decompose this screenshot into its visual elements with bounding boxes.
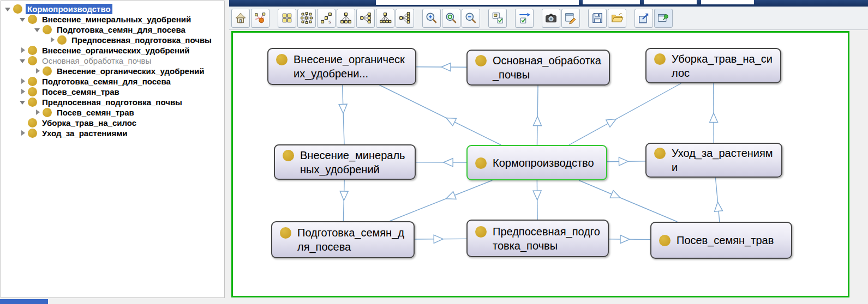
graph-node-center[interactable]: Кормопроизводство [466, 145, 607, 180]
expand-arrow-checkbox-button[interactable] [515, 9, 534, 28]
tree-indent [1, 50, 19, 51]
tree-item-label[interactable]: Посев_семян_трав [55, 107, 136, 118]
tree-item[interactable]: Уборка_трав_на_силос [1, 118, 224, 128]
grid-layout-button[interactable] [278, 9, 296, 28]
graph-node-posev[interactable]: Посев_семян_трав [650, 222, 792, 259]
tree-item-label[interactable]: Внесение_органических_удобрений [55, 66, 206, 76]
radial-layout-icon [300, 11, 313, 25]
tree-item[interactable]: Предпосевная_подготовка_почвы [1, 35, 224, 45]
tree-indent [1, 92, 19, 92]
zoom-out-button[interactable] [462, 9, 480, 28]
tree-item[interactable]: Основная_обработка_почвы [1, 56, 224, 66]
tree-item-label[interactable]: Основная_обработка_почвы [40, 56, 153, 66]
background-window-tab [701, 0, 754, 4]
camera-button[interactable] [542, 9, 560, 28]
class-icon [28, 87, 37, 96]
class-tree-panel: КормопроизводствоВнесение_минеральных_уд… [1, 1, 225, 298]
tree-item[interactable]: Посев_семян_трав [1, 87, 224, 97]
tree-item-label[interactable]: Уборка_трав_на_силос [40, 118, 138, 128]
class-icon [43, 108, 52, 117]
tree-item[interactable]: Внесение_органических_удобрений [1, 66, 224, 76]
tree-item[interactable]: Посев_семян_трав [1, 107, 224, 118]
expand-toggle-icon[interactable] [34, 68, 41, 75]
class-icon [28, 77, 37, 86]
chain-layout-button[interactable]: s [317, 9, 336, 28]
tree-item-label[interactable]: Предпосевная_подготовка_почвы [70, 35, 213, 45]
expand-toggle-icon[interactable] [19, 47, 26, 54]
class-icon [475, 157, 487, 169]
save-button[interactable] [588, 9, 607, 28]
export-button[interactable] [634, 9, 653, 28]
tree-item-label[interactable]: Предпосевная_подготовка_почвы [40, 97, 184, 107]
collapse-toggle-icon[interactable] [4, 5, 11, 13]
pin-window-button[interactable] [654, 9, 673, 28]
edge-arrowhead-icon [620, 235, 630, 244]
expand-toggle-icon[interactable] [19, 130, 26, 137]
class-icon [659, 235, 671, 246]
collapse-toggle-icon[interactable] [19, 57, 26, 64]
radial-layout-button[interactable] [297, 9, 316, 28]
graph-node-label: Подготовка_семян_для_посева [297, 226, 407, 254]
tree-item-label[interactable]: Уход_за_растениями [40, 128, 129, 138]
edit-view-icon [564, 11, 577, 25]
zoom-reset-button[interactable] [442, 9, 460, 28]
class-icon [654, 148, 666, 159]
graph-node-osnovnaya[interactable]: Основная_обработка_почвы [466, 50, 610, 86]
tree-item[interactable]: Внесение_органических_удобрений [1, 45, 224, 56]
home-button[interactable] [231, 9, 250, 28]
edge-arrowhead-icon [444, 159, 453, 167]
background-window-tab [644, 0, 697, 4]
class-icon [28, 129, 37, 138]
graph-network-button[interactable] [251, 9, 270, 28]
tree-item-label[interactable]: Подготовка_семян_для_посева [40, 76, 172, 87]
edit-view-button[interactable] [561, 9, 580, 28]
tree-item-label[interactable]: Внесение_минеральных_удобрений [40, 14, 193, 25]
graph-node-vnesenie-min[interactable]: Внесение_минеральных_удобрений [274, 144, 416, 180]
graph-node-uborka[interactable]: Уборка_трав_на_силос [645, 48, 781, 83]
tree-item[interactable]: Кормопроизводство [1, 4, 224, 14]
class-icon [43, 25, 52, 34]
tree-vertical-alt-layout-icon [379, 11, 392, 25]
tree-item-label[interactable]: Подготовка_семян_для_посева [55, 25, 187, 35]
expand-toggle-icon[interactable] [34, 109, 41, 116]
tree-item-label[interactable]: Внесение_органических_удобрений [40, 45, 191, 56]
zoom-in-button[interactable] [422, 9, 441, 28]
tree-item-label[interactable]: Кормопроизводство [26, 4, 112, 14]
edge-arrowhead-icon [340, 191, 348, 200]
graph-canvas[interactable]: Внесение_органических_удобрени...Основна… [231, 31, 849, 297]
tree-horizontal-alt-layout-button[interactable] [396, 9, 414, 28]
tree-horizontal-layout-button[interactable] [356, 9, 375, 28]
tree-item[interactable]: Уход_за_растениями [1, 128, 224, 138]
edge-arrowhead-icon [715, 202, 723, 212]
tree-item[interactable]: Предпосевная_подготовка_почвы [1, 97, 224, 107]
class-icon [28, 56, 37, 65]
edge-arrowhead-icon [533, 117, 541, 126]
tree-item[interactable]: Внесение_минеральных_удобрений [1, 14, 224, 25]
zoom-reset-icon [445, 11, 458, 25]
tree-indent [1, 40, 49, 40]
tree-item-label[interactable]: Посев_семян_трав [40, 87, 121, 97]
show-class-checkbox-button[interactable] [488, 9, 507, 28]
collapse-toggle-icon[interactable] [19, 99, 26, 106]
graph-node-podgotovka[interactable]: Подготовка_семян_для_посева [271, 221, 415, 258]
tree-vertical-layout-button[interactable] [337, 9, 355, 28]
open-folder-button[interactable] [608, 9, 626, 28]
edge-arrowhead-icon [533, 191, 541, 200]
expand-toggle-icon[interactable] [19, 88, 26, 95]
graph-node-predposevnaya[interactable]: Предпосевная_подготовка_почвы [466, 220, 609, 257]
graph-node-uhod[interactable]: Уход_за_растениями [645, 143, 782, 178]
no-toggle-spacer [19, 119, 26, 126]
edge-arrowhead-icon [446, 191, 457, 199]
expand-toggle-icon[interactable] [19, 78, 26, 85]
tree-vertical-alt-layout-button[interactable] [376, 9, 394, 28]
graph-edge [390, 180, 492, 221]
collapse-toggle-icon[interactable] [19, 16, 26, 23]
graph-node-vnesenie-org[interactable]: Внесение_органических_удобрени... [267, 48, 416, 85]
tree-item[interactable]: Подготовка_семян_для_посева [1, 76, 224, 87]
collapse-toggle-icon[interactable] [34, 26, 41, 33]
expand-toggle-icon[interactable] [49, 37, 56, 44]
tree-horizontal-alt-layout-icon [398, 11, 411, 25]
tree-item[interactable]: Подготовка_семян_для_посева [1, 25, 224, 35]
svg-text:s: s [328, 19, 331, 25]
tree-horizontal-layout-icon [359, 11, 372, 25]
